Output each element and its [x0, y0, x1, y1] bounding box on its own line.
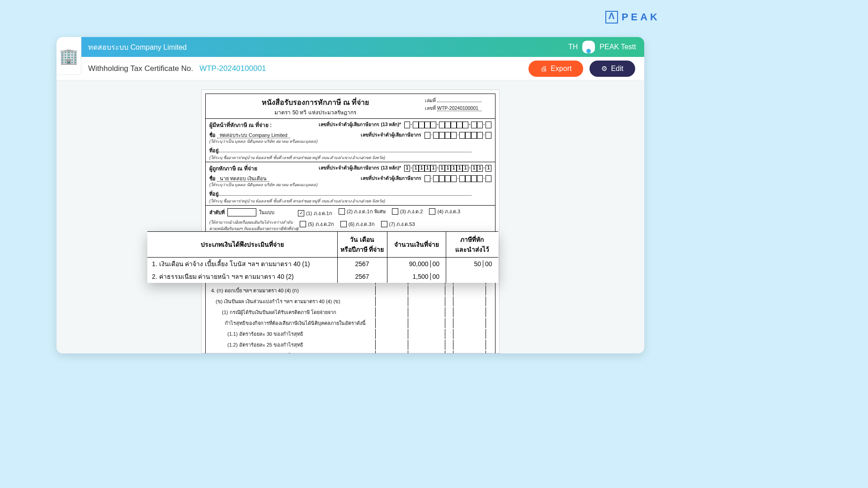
wht-document: หนังสือรับรองการหักภาษี ณ ที่จ่าย มาตรา …: [201, 89, 500, 353]
table-row: 2. ค่าธรรมเนียม ค่านายหน้า ฯลฯ ตามมาตรา …: [147, 270, 498, 283]
payee-name-value: นาย ทดสอบ เงินเดือน: [217, 176, 269, 182]
col-amount: จำนวนเงินที่จ่าย: [387, 232, 446, 258]
number-value: WTP-20240100001: [437, 105, 481, 111]
sequence-box: [227, 208, 256, 216]
avatar-icon[interactable]: [582, 41, 595, 53]
form-option[interactable]: (4) ภ.ง.ด.3: [429, 207, 460, 216]
payer-name-value: ทดสอบระบบ Company Limited: [217, 132, 290, 138]
payee-taxid-boxes: ---: [425, 175, 491, 182]
payer-section: ผู้มีหน้าที่หักภาษี ณ ที่จ่าย : เลขที่ปร…: [206, 118, 495, 162]
user-name[interactable]: PEAK Testt: [599, 43, 636, 51]
app-card: 🏢 ทดสอบระบบ Company Limited TH PEAK Test…: [57, 37, 644, 353]
book-label: เล่มที่: [425, 98, 436, 103]
subbar: Withholding Tax Certificate No. WTP-2024…: [57, 57, 644, 80]
highlight-table: ประเภทเงินได้พึงประเมินที่จ่าย วัน เดือน…: [147, 231, 498, 283]
doc-title: หนังสือรับรองการหักภาษี ณ ที่จ่าย: [208, 97, 423, 108]
table-row: 1. เงินเดือน ค่าจ้าง เบี้ยเลี้ยง โบนัส ฯ…: [147, 258, 498, 271]
payer-taxid13-boxes: ----: [404, 122, 491, 128]
col-date: วัน เดือน หรือปีภาษี ที่จ่าย: [337, 232, 387, 258]
form-option[interactable]: (6) ภ.ง.ด.3ก: [340, 220, 375, 228]
form-option[interactable]: (7) ภ.ง.ด.53: [381, 220, 415, 228]
export-button[interactable]: 🖨 Export: [528, 61, 583, 77]
company-icon: 🏢: [57, 37, 81, 75]
number-label: เลขที่: [425, 105, 436, 111]
payee-section: ผู้ถูกหักภาษี ณ ที่จ่าย เลขที่ประจำตัวผู…: [206, 162, 495, 205]
peak-logo: PEAK: [605, 11, 660, 23]
form-option[interactable]: (3) ภ.ง.ด.2: [392, 207, 423, 216]
order-section: ลำดับที่ ในแบบ ✓(1) ภ.ง.ด.1ก(2) ภ.ง.ด.1ก…: [206, 205, 495, 234]
document-viewport[interactable]: หนังสือรับรองการหักภาษี ณ ที่จ่าย มาตรา …: [57, 80, 644, 353]
gear-icon: ⚙: [601, 65, 607, 73]
peak-logo-text: PEAK: [622, 11, 660, 23]
form-option[interactable]: (5) ภ.ง.ด.2ก: [300, 220, 334, 228]
cert-label: Withholding Tax Certificate No.: [88, 64, 193, 73]
form-option[interactable]: (2) ภ.ง.ด.1ก พิเศษ: [339, 207, 386, 216]
form-option[interactable]: ✓(1) ภ.ง.ด.1ก: [298, 209, 332, 217]
payer-taxid-boxes: ---: [425, 132, 491, 139]
topbar: ทดสอบระบบ Company Limited TH PEAK Testt: [57, 37, 644, 57]
col-tax: ภาษีที่หัก และนำส่งไว้: [446, 232, 498, 258]
print-icon: 🖨: [540, 65, 547, 72]
doc-subtitle: มาตรา 50 ทวิ แห่งประมวลรัษฎากร: [208, 108, 423, 117]
cert-number[interactable]: WTP-20240100001: [199, 64, 266, 73]
col-type: ประเภทเงินได้พึงประเมินที่จ่าย: [147, 232, 337, 258]
company-name: ทดสอบระบบ Company Limited: [65, 42, 568, 53]
peak-logo-icon: [605, 11, 618, 23]
language-switch[interactable]: TH: [568, 43, 578, 51]
edit-button[interactable]: ⚙ Edit: [590, 61, 635, 77]
payee-taxid13-boxes: 1-1111-11111-11-1: [404, 165, 491, 172]
